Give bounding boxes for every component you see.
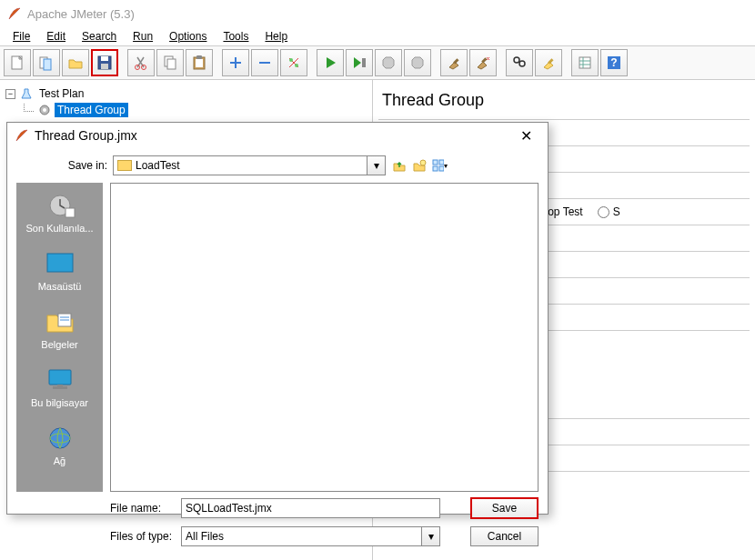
window-title: Apache JMeter (5.3) xyxy=(27,7,135,21)
view-mode-icon[interactable]: ▾ xyxy=(431,157,448,174)
menu-help[interactable]: Help xyxy=(257,28,295,45)
menu-bar: File Edit Search Run Options Tools Help xyxy=(0,27,755,45)
chevron-down-icon[interactable]: ▾ xyxy=(367,156,385,175)
paste-button[interactable] xyxy=(186,49,213,76)
expand-button[interactable] xyxy=(222,49,249,76)
file-list-area[interactable] xyxy=(110,183,539,492)
svg-point-32 xyxy=(43,108,46,112)
place-desktop[interactable]: Masaüstü xyxy=(18,250,101,292)
svg-point-17 xyxy=(295,64,298,67)
menu-run[interactable]: Run xyxy=(126,28,160,45)
svg-rect-2 xyxy=(44,59,51,70)
window-title-bar: Apache JMeter (5.3) xyxy=(0,0,755,27)
save-in-value: LoadTest xyxy=(136,159,180,172)
radio-stop-now[interactable]: S xyxy=(598,205,620,218)
menu-options[interactable]: Options xyxy=(162,28,214,45)
svg-rect-4 xyxy=(101,56,108,61)
collapse-button[interactable] xyxy=(251,49,278,76)
menu-tools[interactable]: Tools xyxy=(216,28,256,45)
reset-search-button[interactable] xyxy=(535,49,562,76)
place-recent[interactable]: Son Kullanıla... xyxy=(18,192,101,234)
menu-edit[interactable]: Edit xyxy=(39,28,73,45)
tree-root-label: Test Plan xyxy=(36,86,86,101)
jmeter-feather-icon xyxy=(15,128,29,143)
svg-rect-9 xyxy=(167,59,176,69)
function-helper-button[interactable] xyxy=(571,49,599,76)
new-button[interactable] xyxy=(4,49,31,76)
file-name-input[interactable] xyxy=(181,498,440,518)
dialog-title-bar: Thread Group.jmx ✕ xyxy=(7,123,548,148)
tree-collapse-icon[interactable]: − xyxy=(5,89,15,99)
svg-text:?: ? xyxy=(610,56,617,69)
open-button[interactable] xyxy=(62,49,89,76)
svg-point-47 xyxy=(50,428,70,448)
computer-icon xyxy=(44,366,76,394)
start-no-timers-button[interactable] xyxy=(346,49,373,76)
save-in-label: Save in: xyxy=(62,159,107,172)
start-button[interactable] xyxy=(317,49,344,76)
svg-rect-5 xyxy=(101,64,108,69)
stop-button[interactable] xyxy=(375,49,402,76)
save-dialog: Thread Group.jmx ✕ Save in: LoadTest ▾ ▾… xyxy=(6,122,549,515)
documents-icon xyxy=(44,308,76,335)
cancel-button[interactable]: Cancel xyxy=(470,526,539,546)
svg-rect-36 xyxy=(433,166,438,171)
svg-point-33 xyxy=(420,160,426,165)
tree-root-row[interactable]: − Test Plan xyxy=(5,85,367,102)
svg-rect-46 xyxy=(57,385,63,386)
tree-child-label: Thread Group xyxy=(55,103,128,117)
shutdown-button[interactable] xyxy=(404,49,431,76)
tree-child-row[interactable]: Thread Group xyxy=(5,102,367,118)
svg-rect-25 xyxy=(579,57,590,68)
cut-button[interactable] xyxy=(127,49,155,76)
file-type-value: All Files xyxy=(186,530,224,543)
gear-icon xyxy=(37,103,52,117)
dialog-title: Thread Group.jmx xyxy=(35,128,511,143)
svg-point-16 xyxy=(289,58,293,62)
file-name-label: File name: xyxy=(110,502,174,515)
save-button[interactable] xyxy=(91,49,118,76)
new-folder-icon[interactable] xyxy=(411,157,428,174)
svg-rect-11 xyxy=(196,59,203,67)
svg-rect-45 xyxy=(53,386,67,389)
svg-point-22 xyxy=(519,61,525,66)
file-type-combo[interactable]: All Files ▾ xyxy=(181,526,440,546)
menu-search[interactable]: Search xyxy=(75,28,124,45)
jmeter-feather-icon xyxy=(7,6,22,21)
search-tree-button[interactable] xyxy=(506,49,533,76)
place-documents[interactable]: Belgeler xyxy=(18,308,101,350)
help-button[interactable]: ? xyxy=(600,49,628,76)
network-icon xyxy=(44,425,76,452)
templates-button[interactable] xyxy=(33,49,60,76)
chevron-down-icon[interactable]: ▾ xyxy=(421,527,439,545)
menu-file[interactable]: File xyxy=(5,28,37,45)
svg-rect-34 xyxy=(433,160,438,165)
save-confirm-button[interactable]: Save xyxy=(470,497,539,519)
places-bar: Son Kullanıla... Masaüstü Belgeler Bu bi… xyxy=(16,183,103,492)
place-network[interactable]: Ağ xyxy=(18,425,101,466)
file-type-label: Files of type: xyxy=(110,530,174,543)
panel-title: Thread Group xyxy=(382,91,746,110)
desktop-icon xyxy=(44,250,76,277)
copy-button[interactable] xyxy=(156,49,184,76)
recent-icon xyxy=(44,192,76,219)
folder-icon xyxy=(117,160,132,171)
clear-all-button[interactable] xyxy=(469,49,497,76)
svg-rect-44 xyxy=(49,370,71,385)
toggle-button[interactable] xyxy=(280,49,307,76)
svg-rect-12 xyxy=(196,55,202,59)
beaker-icon xyxy=(19,86,34,101)
svg-rect-39 xyxy=(65,208,75,217)
place-computer[interactable]: Bu bilgisayar xyxy=(18,366,101,408)
toolbar: ? xyxy=(0,45,755,80)
svg-rect-18 xyxy=(362,58,366,67)
svg-rect-40 xyxy=(47,254,73,272)
save-in-combo[interactable]: LoadTest ▾ xyxy=(113,155,386,175)
dialog-close-button[interactable]: ✕ xyxy=(511,123,540,148)
clear-button[interactable] xyxy=(440,49,468,76)
up-folder-icon[interactable] xyxy=(391,157,408,174)
